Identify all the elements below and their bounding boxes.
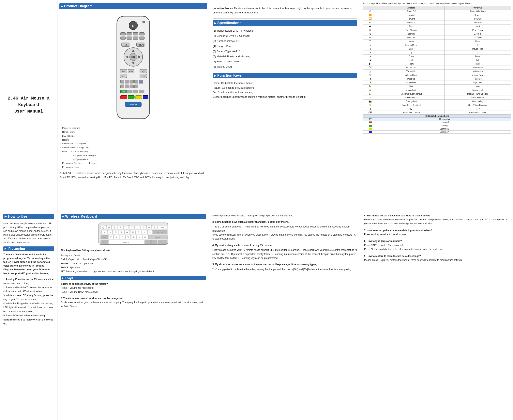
svg-rect-11 [139, 37, 144, 39]
svg-text:K: K [144, 232, 145, 234]
svg-rect-121 [158, 240, 167, 244]
svg-point-3 [142, 21, 145, 23]
keyboard-title: Wireless Keyboard [65, 214, 97, 219]
trouble-a1: Firstly try to lower the mouse sensitivi… [364, 218, 510, 226]
faq-item-2: 2. The air mouse doesn't work or can not… [61, 296, 206, 308]
product-diagram-header: Product Diagram [59, 3, 207, 9]
svg-rect-40 [125, 85, 129, 88]
trouble-q2: 7. How to wake up the air mouse while it… [364, 228, 510, 232]
spec-item: (3) Number of keys: 81; [213, 38, 357, 44]
spec-item: (6) Material: Plastic and silicone; [213, 54, 357, 59]
spec-item: (5) Battery Type: AAA*2; [213, 49, 357, 54]
fk-item: Return: Go back to previous screen; [213, 85, 357, 90]
svg-text:Home: Home [123, 44, 128, 46]
label-ir-set: IR Learning Set Key [62, 162, 82, 164]
fk-item: Home: Go back to the home menu; [213, 81, 357, 85]
spec-item: (2) Sensor: 3-Gyro + 3-Gsensor; [213, 33, 357, 38]
faq-cont-text0: the dongle driver to be installed. Press… [212, 214, 294, 217]
svg-text:O: O [148, 226, 150, 229]
product-diagram-title: Product Diagram [64, 4, 93, 8]
svg-rect-6 [133, 32, 138, 35]
function-keys-text: Home: Go back to the home menu; Return: … [213, 81, 357, 99]
faq-a2: Firstly make sure that good batteries ar… [61, 300, 206, 308]
svg-rect-46 [133, 90, 138, 93]
svg-text:Return: Return [138, 44, 144, 46]
svg-rect-38 [139, 80, 143, 83]
fk-item: OK: Confirm action or insert cursor; [213, 90, 357, 95]
svg-text:special: special [156, 237, 160, 239]
svg-text:Vol-: Vol- [122, 75, 125, 77]
svg-text:H: H [132, 232, 134, 234]
fk-table-row: ⊕Zoom inZoom in [363, 32, 511, 36]
ir-learning-2: Learning 2 [378, 124, 511, 127]
remote-svg: ⏻ Home [108, 11, 159, 123]
ir-color-blue [363, 130, 378, 134]
svg-rect-35 [130, 80, 134, 83]
faqs-title: FAQs [65, 276, 73, 280]
svg-rect-119 [145, 240, 151, 244]
fk-table-row: eIEN / A [363, 107, 511, 111]
label-vol-up: Volume Up [62, 142, 73, 145]
aerb-description: Aerb X-A8 is a multi-axis device which i… [59, 171, 207, 180]
svg-rect-42 [134, 85, 138, 88]
svg-rect-47 [139, 90, 144, 93]
trouble-item-2: 7. How to wake up the air mouse while it… [364, 228, 510, 237]
fk-table-row: ⏩ForwardForward [363, 17, 511, 21]
ir-color-yellow [363, 127, 378, 130]
svg-rect-34 [125, 80, 129, 83]
faq-cont-q3: 5. My air mouse moves very slow, or the … [212, 262, 358, 266]
svg-text:I: I [143, 226, 144, 229]
spec-item: (4) Range: 10m; [213, 44, 357, 49]
fk-table-row: ▲UpUp [363, 51, 511, 54]
ir-remote-label: IR Remote Learning Keys [363, 114, 511, 118]
specifications-title: Specifications [217, 21, 241, 25]
svg-rect-33 [120, 80, 124, 83]
fk-table-row: ▼DownDown [363, 54, 511, 58]
svg-rect-41 [130, 85, 134, 88]
svg-text:TV: TV [122, 91, 125, 93]
diagram-label-list: ← Power IR Learning ← Home / Menu → LED … [59, 126, 207, 169]
svg-text:F: F [121, 232, 122, 234]
ir-step: 2. Press and hold the TV key on the remo… [3, 285, 54, 294]
svg-text:L: L [149, 232, 151, 234]
key-backspace: Backspace: Delete [61, 254, 206, 257]
fk-table: Android Windows ⊙Power OffPower Off / Sl… [363, 6, 511, 134]
svg-rect-51 [143, 95, 148, 99]
svg-text:R: R [120, 226, 121, 229]
fk-table-row: 🔒Mouse LockMouse Lock [363, 88, 511, 92]
function-keys-title: Function Keys [217, 74, 242, 78]
fk-table-row: △Volume UpVolume Up [363, 69, 511, 73]
svg-text:G: G [126, 232, 128, 234]
svg-text:SPACE: SPACE [123, 241, 129, 243]
label-backlight: Open/Close Backlight [75, 154, 96, 157]
spec-item: (7) Size: 172*52*19MM; [213, 59, 357, 64]
green-square [369, 125, 372, 127]
ir-learning-1: Learning 1 [378, 121, 511, 124]
svg-rect-4 [120, 32, 126, 35]
keyboard-header: Wireless Keyboard [61, 214, 206, 219]
fk-col-android: Android [378, 6, 445, 9]
svg-text:A: A [104, 232, 105, 234]
notice-title: Important Notice [213, 7, 233, 10]
fk-table-row: OKMouse LeftMouse Left [363, 66, 511, 69]
how-to-cell: How to Use Insert enclosed dongle into y… [0, 210, 57, 420]
fk-table-row: ◀LeftLeft [363, 58, 511, 62]
remote-diagram-container: ⏻ Home [59, 11, 207, 123]
label-page-up: Page Up [79, 142, 87, 145]
fk-table-row: MMuteMute [363, 84, 511, 88]
ir-learning-3: Learning 3 [378, 127, 511, 130]
ir-step: 5. Press TV button to finish the learnin… [3, 314, 54, 317]
fk-item: Cursor Locking: Short press to lock the … [213, 95, 357, 99]
page: 2.4G Air Mouse & Keyboard User Manual Pr… [0, 0, 513, 420]
label-vol-down: Volume Down [62, 146, 76, 149]
svg-text:J: J [138, 232, 139, 234]
ir-steps: 1. Pointing IR emitters of the TV remote… [3, 278, 54, 326]
svg-text:M: M [144, 236, 146, 239]
svg-text:X: X [116, 236, 118, 239]
fk-table-note: Function Keys (Note: different devices m… [363, 2, 511, 5]
svg-rect-49 [128, 95, 134, 99]
svg-rect-36 [134, 80, 138, 83]
ir-step ir-step-bold: Start from step 1 to revise or start a n… [3, 318, 54, 326]
ir-tv-label: TV [363, 118, 378, 121]
svg-rect-5 [127, 32, 132, 35]
